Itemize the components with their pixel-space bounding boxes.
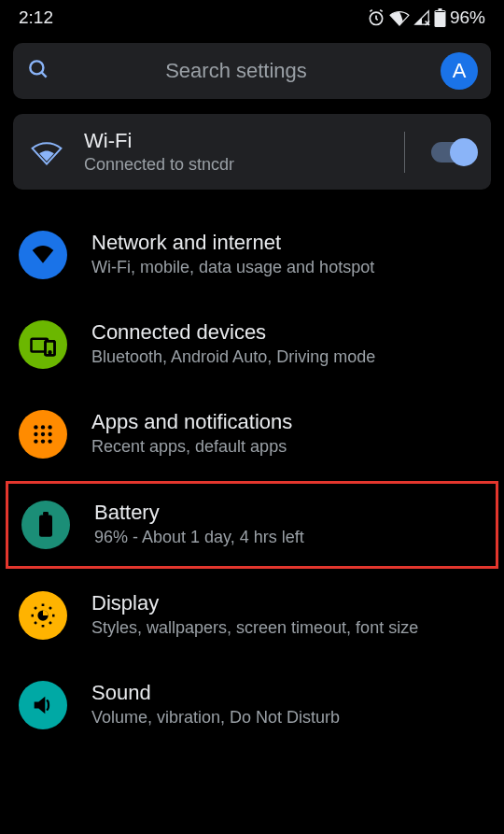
settings-item-title: Display <box>91 591 482 615</box>
wifi-subtitle: Connected to stncdr <box>84 155 374 175</box>
wifi-quick-card[interactable]: Wi-Fi Connected to stncdr <box>13 114 491 190</box>
settings-item-subtitle: Styles, wallpapers, screen timeout, font… <box>91 617 482 639</box>
svg-point-15 <box>48 432 51 436</box>
settings-item-battery[interactable]: Battery 96% - About 1 day, 4 hrs left <box>6 481 498 569</box>
wifi-status-icon <box>389 9 410 26</box>
status-right: 96% <box>367 7 485 28</box>
settings-item-title: Network and internet <box>91 231 482 255</box>
alarm-icon <box>367 8 385 27</box>
svg-point-17 <box>41 439 45 443</box>
settings-item-title: Apps and notifications <box>91 410 482 434</box>
display-icon <box>19 591 67 640</box>
svg-point-12 <box>48 425 51 429</box>
sound-icon <box>19 681 67 729</box>
svg-point-10 <box>34 425 37 429</box>
svg-point-11 <box>41 425 45 429</box>
svg-rect-2 <box>438 8 441 11</box>
svg-point-13 <box>34 432 37 436</box>
search-placeholder: Search settings <box>67 59 424 83</box>
settings-item-title: Sound <box>91 681 482 705</box>
profile-avatar[interactable]: A <box>441 52 478 90</box>
settings-item-network[interactable]: Network and internet Wi-Fi, mobile, data… <box>0 210 504 300</box>
devices-icon <box>19 320 67 369</box>
wifi-text: Wi-Fi Connected to stncdr <box>84 129 374 175</box>
battery-icon <box>21 501 70 549</box>
svg-point-14 <box>41 432 45 436</box>
toggle-knob <box>450 138 478 166</box>
svg-point-4 <box>30 61 43 74</box>
battery-status-icon <box>434 8 446 27</box>
settings-item-subtitle: Volume, vibration, Do Not Disturb <box>91 707 482 728</box>
apps-icon <box>19 410 67 459</box>
search-icon <box>26 57 50 85</box>
settings-item-subtitle: Recent apps, default apps <box>91 436 482 458</box>
svg-rect-20 <box>43 512 49 516</box>
svg-point-16 <box>34 439 37 443</box>
status-bar: 2:12 <box>0 0 504 34</box>
divider <box>404 132 405 173</box>
settings-item-title: Connected devices <box>91 320 482 345</box>
svg-point-18 <box>48 439 51 443</box>
svg-rect-19 <box>39 516 52 537</box>
search-settings-bar[interactable]: Search settings A <box>13 43 491 99</box>
svg-line-5 <box>41 72 46 77</box>
avatar-letter: A <box>453 59 467 83</box>
cell-signal-icon <box>413 9 430 26</box>
settings-item-display[interactable]: Display Styles, wallpapers, screen timeo… <box>0 571 504 660</box>
svg-rect-1 <box>434 10 445 27</box>
settings-item-subtitle: Wi-Fi, mobile, data usage and hotspot <box>91 257 482 278</box>
wifi-toggle[interactable] <box>431 142 474 163</box>
settings-item-subtitle: 96% - About 1 day, 4 hrs left <box>94 527 479 548</box>
settings-item-apps[interactable]: Apps and notifications Recent apps, defa… <box>0 389 504 479</box>
network-icon <box>19 231 67 279</box>
settings-item-title: Battery <box>94 501 479 525</box>
settings-list: Network and internet Wi-Fi, mobile, data… <box>0 197 504 750</box>
battery-percent: 96% <box>450 7 485 28</box>
svg-rect-3 <box>435 11 444 12</box>
settings-item-subtitle: Bluetooth, Android Auto, Driving mode <box>91 346 482 368</box>
settings-item-sound[interactable]: Sound Volume, vibration, Do Not Disturb <box>0 660 504 750</box>
svg-point-9 <box>49 351 51 353</box>
wifi-title: Wi-Fi <box>84 129 374 153</box>
wifi-icon <box>30 139 63 165</box>
settings-item-connected-devices[interactable]: Connected devices Bluetooth, Android Aut… <box>0 300 504 389</box>
status-time: 2:12 <box>19 7 53 28</box>
